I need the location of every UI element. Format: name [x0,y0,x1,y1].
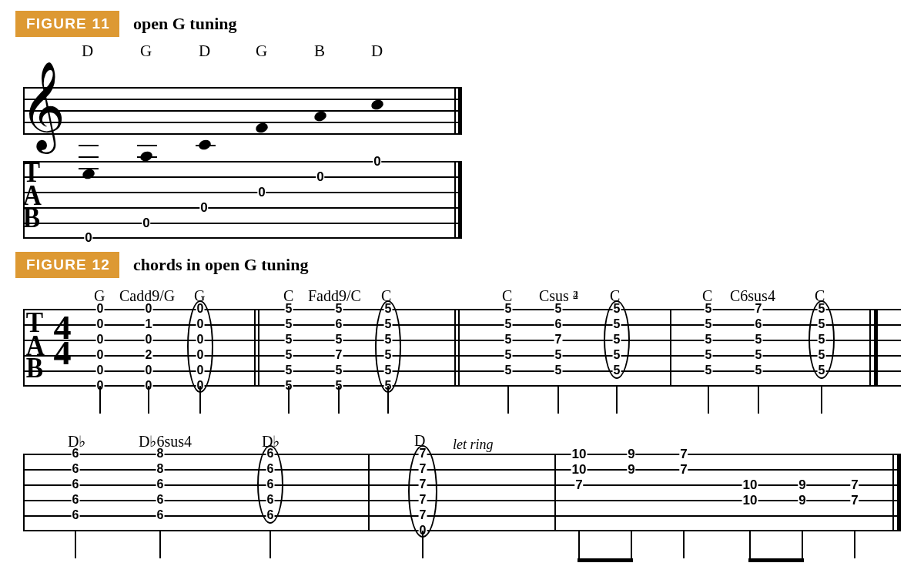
tab-fret: 0 [96,349,105,361]
chord-column: 55555 [698,309,718,386]
tab-fret: 5 [755,349,763,361]
tab-fret: 0 [96,303,105,315]
chord-name: C6sus4 [730,287,775,305]
tab-fret: 2 [145,349,153,361]
note-name: B [314,42,325,61]
tab-fret: 6 [266,447,275,460]
tab-fret: 5 [285,349,293,361]
tab-fret: 5 [705,349,713,361]
tab-fret: 6 [156,509,165,521]
tab-fret: 0 [316,170,324,183]
chord-column: 76555 [748,309,768,386]
notation-staff: 𝄞 [23,60,462,164]
chord-column: 000000 [90,309,110,386]
tab-fret: 5 [384,349,393,361]
chord-column: 56755 [548,309,568,386]
figure-12-title: chords in open G tuning [133,255,308,275]
tab-fret: 6 [755,318,763,330]
chord-column: 777770 [413,454,433,531]
tab-fret: 7 [419,509,427,521]
tab-fret: 5 [504,303,513,315]
tab-fret: 5 [705,303,713,315]
tab-fret: 6 [72,509,80,521]
tab-fret: 7 [850,494,859,507]
tab-fret: 6 [72,463,80,475]
tab-fret: 0 [196,318,205,330]
note-icon [197,139,212,152]
tab-fret: 5 [504,318,513,330]
chord-column: 66666 [260,454,280,531]
note-name: G [140,42,152,61]
let-ring-text: let ring [453,437,494,453]
note-name: D [199,42,210,61]
chord-name: D♭6sus4 [139,432,192,451]
tab-fret: 5 [335,364,343,377]
tab-fret: 7 [679,463,688,476]
tab-fret: 7 [419,494,427,506]
tab-fret: 10 [742,478,758,491]
figure-11: D G D G B D 𝄞 [23,42,462,238]
tab-fret: 0 [196,303,205,315]
tab-fret: 5 [613,333,621,346]
tab-fret: 5 [285,303,293,315]
tab-fret: 5 [755,364,763,377]
tab-fret: 5 [504,364,513,377]
tab-fret: 7 [755,303,763,315]
tab-fret: 0 [196,364,205,377]
tab-fret: 8 [156,463,165,475]
tab-fret: 5 [384,318,393,330]
tab-fret: 5 [285,318,293,330]
tab-fret: 6 [266,463,275,475]
chord-column: 565755 [329,309,349,386]
chord-column: 55555 [812,309,832,386]
tab-clef-icon: TAB [26,311,45,380]
tab-fret: 5 [818,303,826,315]
tab-fret: 5 [613,364,621,377]
tab-fret: 0 [142,216,150,230]
figure-12: FIGURE 12 chords in open G tuning G Cadd… [15,252,909,565]
tab-fret: 5 [285,364,293,377]
tab-fret: 6 [266,509,275,521]
tab-fret: 9 [627,463,635,476]
tab-fret: 5 [818,349,826,361]
tab-fret: 5 [384,364,393,377]
tab-fret: 7 [850,478,859,491]
tab-fret: 5 [335,303,343,315]
chord-column: 010200 [139,309,159,386]
tab-fret: 6 [554,318,563,330]
tab-fret: 5 [384,333,393,346]
tab-fret: 0 [96,333,105,346]
tab-fret: 0 [96,364,105,377]
tab-fret: 5 [504,349,513,361]
tab-fret: 5 [613,349,621,361]
tab-staff-row1: TAB 4 4 00000001020000000055555556575555… [23,309,901,386]
tab-fret: 7 [574,478,583,491]
fig12-row2: D♭ D♭6sus4 D♭ D let ring 666668866666666… [23,427,901,565]
chord-column: 55555 [498,309,518,386]
tab-fret: 1 [145,318,153,330]
tab-fret: 5 [384,303,393,315]
tab-fret: 6 [266,494,275,506]
tab-staff-fig11: TAB 0 0 0 0 0 0 [23,161,462,238]
tab-fret: 6 [72,447,80,460]
tab-staff-row2: 666668866666666777770 10107997710109977 [23,454,901,531]
chord-column: 555555 [279,309,299,386]
tab-fret: 5 [554,349,563,361]
tab-fret: 6 [266,478,275,491]
tuning-note-names: D G D G B D [23,42,462,60]
treble-clef-icon: 𝄞 [20,68,65,145]
tab-fret: 0 [145,364,153,377]
chord-names-row2: D♭ D♭6sus4 D♭ D let ring [23,427,901,454]
tab-fret: 7 [419,478,427,491]
tab-clef-icon: TAB [23,161,42,230]
note-name: D [371,42,383,61]
figure-11-label: FIGURE 11 [15,11,119,37]
figure-11-title: open G tuning [133,14,237,34]
tab-fret: 5 [335,333,343,346]
tab-fret: 0 [145,303,153,315]
tab-fret: 0 [145,333,153,346]
tab-fret: 7 [554,333,563,346]
tab-fret: 5 [554,364,563,377]
note-name: G [256,42,267,61]
tab-fret: 5 [705,333,713,346]
